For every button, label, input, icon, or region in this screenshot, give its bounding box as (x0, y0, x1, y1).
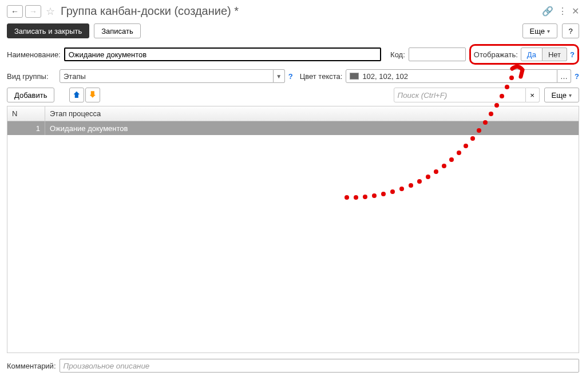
help-button[interactable]: ? (562, 23, 579, 38)
comment-input[interactable] (60, 359, 580, 373)
comment-row: Комментарий: (7, 359, 579, 373)
display-help-icon[interactable]: ? (570, 50, 575, 59)
color-swatch-icon (350, 73, 359, 80)
group-type-dropdown-icon[interactable]: ▼ (274, 69, 285, 83)
group-type-select[interactable]: Этапы ▼ (60, 69, 285, 83)
name-label: Наименование: (7, 50, 61, 59)
window-header: ← → ☆ Группа канбан-доски (создание) * 🔗… (7, 5, 579, 18)
col-n-header[interactable]: N (7, 106, 45, 121)
kebab-menu-icon[interactable]: ⋮ (558, 6, 567, 17)
text-color-label: Цвет текста: (300, 72, 343, 81)
table-more-button[interactable]: Еще (544, 88, 579, 102)
text-color-field[interactable]: 102, 102, 102 … (346, 69, 571, 83)
link-icon[interactable]: 🔗 (542, 6, 553, 17)
stages-table: N Этап процесса 1 Ожидание документов (7, 106, 579, 353)
group-type-value: Этапы (60, 69, 274, 83)
save-and-close-button[interactable]: Записать и закрыть (7, 23, 89, 38)
move-up-button[interactable]: 🡅 (69, 88, 84, 102)
text-color-help-icon[interactable]: ? (575, 72, 579, 81)
comment-label: Комментарий: (7, 362, 56, 370)
display-no-button[interactable]: Нет (543, 47, 567, 61)
table-row[interactable]: 1 Ожидание документов (7, 121, 579, 135)
group-type-help-icon[interactable]: ? (288, 72, 293, 81)
page-title: Группа канбан-доски (создание) * (61, 5, 540, 18)
name-code-row: Наименование: Код: Отображать: Да Нет ? (7, 44, 579, 65)
cell-n: 1 (7, 121, 45, 135)
favorite-star-icon[interactable]: ☆ (46, 5, 55, 18)
move-down-button[interactable]: 🡇 (85, 88, 100, 102)
table-header: N Этап процесса (7, 106, 579, 121)
text-color-value: 102, 102, 102 (362, 72, 408, 81)
display-highlight-box: Отображать: Да Нет ? (469, 44, 579, 65)
add-button[interactable]: Добавить (7, 88, 54, 102)
search-clear-button[interactable]: × (526, 88, 540, 102)
display-yes-button[interactable]: Да (521, 47, 543, 61)
save-button[interactable]: Записать (94, 23, 141, 38)
code-label: Код: (390, 50, 405, 59)
table-actions: Добавить 🡅 🡇 × Еще (7, 88, 579, 102)
color-picker-button[interactable]: … (557, 69, 571, 83)
name-input[interactable] (64, 47, 381, 61)
code-input[interactable] (409, 47, 466, 61)
display-label: Отображать: (474, 50, 518, 59)
search-input[interactable] (394, 88, 526, 102)
close-icon[interactable]: ✕ (572, 6, 579, 17)
group-type-label: Вид группы: (7, 72, 56, 81)
nav-back-button[interactable]: ← (7, 5, 23, 18)
main-toolbar: Записать и закрыть Записать Еще ? (7, 23, 579, 38)
cell-stage: Ожидание документов (45, 124, 579, 133)
more-button[interactable]: Еще (522, 23, 557, 38)
group-type-row: Вид группы: Этапы ▼ ? Цвет текста: 102, … (7, 69, 579, 83)
display-toggle: Да Нет (521, 47, 567, 61)
col-stage-header[interactable]: Этап процесса (45, 109, 579, 118)
nav-forward-button[interactable]: → (25, 5, 41, 18)
